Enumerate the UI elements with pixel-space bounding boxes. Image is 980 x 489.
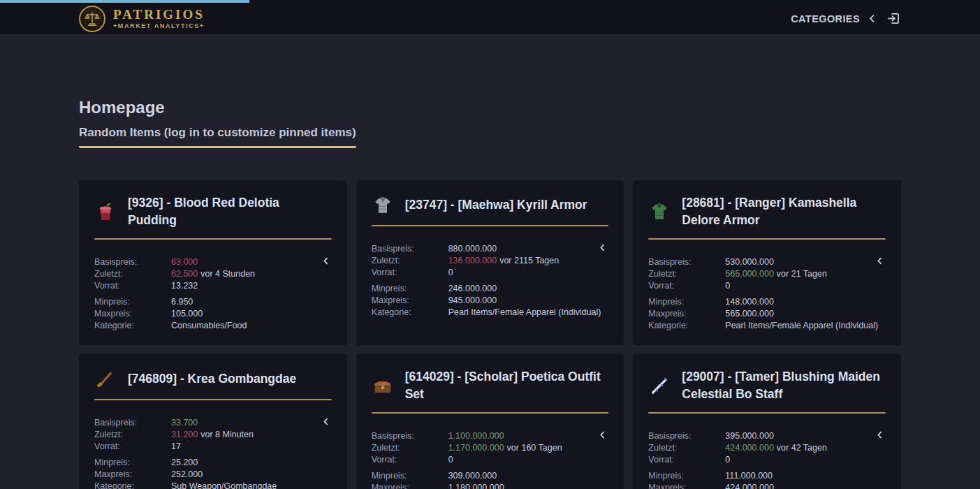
- last-price-value: 1.170.000.000: [448, 442, 504, 454]
- gombangdae-staff-icon: [94, 368, 117, 391]
- top-header: PATRIGIOS +MARKET ANALYTICS+ CATEGORIES: [0, 0, 980, 35]
- max-price-label: Maxpreis:: [372, 295, 448, 307]
- category-label: Kategorie:: [94, 481, 171, 489]
- min-price-value: 25.200: [171, 457, 198, 469]
- categories-menu-toggle[interactable]: CATEGORIES: [791, 13, 877, 24]
- category-value: Pearl Items/Female Apparel (Individual): [725, 320, 878, 332]
- max-price-value: 252.000: [171, 469, 203, 481]
- max-price-label: Maxpreis:: [372, 482, 448, 489]
- item-card[interactable]: [614029] - [Scholar] Poetica Outfit Set …: [356, 354, 624, 489]
- item-card[interactable]: [9326] - Blood Red Delotia Pudding Basis…: [79, 180, 347, 345]
- stock-label: Vorrat:: [94, 441, 171, 453]
- last-price-label: Zuletzt:: [94, 429, 171, 441]
- base-price-label: Basispreis:: [94, 256, 171, 268]
- collapse-chevron-icon[interactable]: [321, 417, 330, 426]
- last-price-row: Zuletzt: 424.000.000 vor 42 Tagen: [648, 442, 886, 454]
- pudding-cup-icon: [94, 200, 117, 223]
- collapse-chevron-icon[interactable]: [598, 430, 607, 439]
- max-price-label: Maxpreis:: [94, 308, 171, 320]
- outfit-chest-icon: [372, 374, 394, 397]
- stock-row: Vorrat: 0: [372, 267, 609, 279]
- base-price-label: Basispreis:: [372, 243, 448, 255]
- stock-row: Vorrat: 0: [648, 454, 886, 466]
- category-row: Kategorie: Sub Weapon/Gombangdae: [94, 481, 332, 489]
- last-price-row: Zuletzt: 1.170.000.000 vor 160 Tagen: [372, 442, 609, 454]
- base-price-row: Basispreis: 1.100.000.000: [372, 430, 609, 442]
- last-price-label: Zuletzt:: [372, 442, 448, 454]
- loading-progress-bar: [0, 0, 249, 3]
- item-card[interactable]: [23747] - [Maehwa] Kyrill Armor Basispre…: [356, 180, 624, 345]
- last-price-row: Zuletzt: 62.500 vor 4 Stunden: [94, 268, 332, 280]
- category-value: Sub Weapon/Gombangdae: [171, 481, 277, 489]
- min-price-label: Minpreis:: [648, 470, 725, 482]
- last-price-row: Zuletzt: 136.000.000 vor 2115 Tagen: [372, 255, 609, 267]
- collapse-chevron-icon[interactable]: [875, 256, 884, 265]
- stock-value: 0: [448, 267, 453, 279]
- min-price-value: 6.950: [171, 296, 193, 308]
- max-price-value: 565.000.000: [725, 308, 774, 320]
- collapse-chevron-icon[interactable]: [598, 243, 607, 252]
- last-price-value: 62.500: [171, 268, 198, 280]
- max-price-value: 105.000: [171, 308, 203, 320]
- last-price-ago: vor 2115 Tagen: [499, 255, 559, 267]
- category-label: Kategorie:: [648, 320, 725, 332]
- sign-in-icon[interactable]: [886, 11, 901, 26]
- item-title: [614029] - [Scholar] Poetica Outfit Set: [405, 368, 609, 404]
- min-price-value: 111.000.000: [725, 470, 773, 482]
- brand-home-link[interactable]: PATRIGIOS +MARKET ANALYTICS+: [79, 6, 205, 32]
- max-price-label: Maxpreis:: [648, 482, 725, 489]
- brand-subtitle: +MARKET ANALYTICS+: [113, 23, 205, 29]
- min-price-value: 309.000.000: [448, 470, 497, 482]
- last-price-ago: vor 8 Minuten: [200, 429, 254, 441]
- last-price-value: 136.000.000: [448, 255, 497, 267]
- base-price-row: Basispreis: 395.000.000: [648, 430, 886, 442]
- min-price-label: Minpreis:: [372, 283, 448, 295]
- item-title: [9326] - Blood Red Delotia Pudding: [128, 194, 332, 230]
- max-price-label: Maxpreis:: [94, 469, 171, 481]
- max-price-row: Maxpreis: 252.000: [94, 469, 332, 481]
- category-row: Kategorie: Consumables/Food: [94, 320, 332, 332]
- min-price-label: Minpreis:: [648, 296, 725, 308]
- item-title: [29007] - [Tamer] Blushing Maiden Celest…: [682, 368, 886, 404]
- collapse-chevron-icon[interactable]: [321, 256, 330, 265]
- item-title: [23747] - [Maehwa] Kyrill Armor: [405, 196, 587, 214]
- last-price-value: 31.200: [171, 429, 198, 441]
- item-card[interactable]: [29007] - [Tamer] Blushing Maiden Celest…: [633, 354, 901, 489]
- category-label: Kategorie:: [372, 307, 448, 319]
- last-price-ago: vor 160 Tagen: [507, 442, 562, 454]
- min-price-label: Minpreis:: [372, 470, 448, 482]
- last-price-row: Zuletzt: 31.200 vor 8 Minuten: [94, 429, 332, 441]
- min-price-row: Minpreis: 111.000.000: [648, 470, 886, 482]
- stock-row: Vorrat: 17: [94, 441, 332, 453]
- max-price-label: Maxpreis:: [648, 308, 725, 320]
- item-card[interactable]: [746809] - Krea Gombangdae Basispreis: 3…: [79, 354, 347, 489]
- stock-label: Vorrat:: [648, 454, 725, 466]
- cards-grid: [9326] - Blood Red Delotia Pudding Basis…: [79, 180, 901, 489]
- gold-separator: [94, 399, 332, 400]
- last-price-label: Zuletzt:: [94, 268, 171, 280]
- last-price-ago: vor 4 Stunden: [200, 268, 255, 280]
- base-price-label: Basispreis:: [372, 430, 448, 442]
- category-value: Pearl Items/Female Apparel (Individual): [448, 307, 601, 319]
- category-value: Consumables/Food: [171, 320, 247, 332]
- stock-label: Vorrat:: [94, 280, 171, 292]
- stock-value: 13.232: [171, 280, 198, 292]
- patrigios-scales-logo-icon: [79, 6, 105, 32]
- stock-row: Vorrat: 0: [372, 454, 609, 466]
- base-price-value: 530.000.000: [725, 256, 774, 268]
- base-price-label: Basispreis:: [648, 430, 725, 442]
- collapse-chevron-icon[interactable]: [875, 430, 884, 439]
- base-price-value: 395.000.000: [725, 430, 774, 442]
- stock-value: 17: [171, 441, 181, 453]
- last-price-row: Zuletzt: 565.000.000 vor 21 Tagen: [648, 268, 886, 280]
- bo-staff-icon: [648, 374, 671, 397]
- max-price-value: 1.180.000.000: [448, 482, 504, 489]
- last-price-ago: vor 21 Tagen: [777, 268, 827, 280]
- item-card[interactable]: [28681] - [Ranger] Kamashella Delore Arm…: [633, 180, 901, 345]
- base-price-label: Basispreis:: [94, 417, 171, 429]
- max-price-row: Maxpreis: 105.000: [94, 308, 332, 320]
- last-price-ago: vor 42 Tagen: [777, 442, 827, 454]
- ranger-armor-icon: [648, 200, 671, 223]
- base-price-row: Basispreis: 530.000.000: [648, 256, 886, 268]
- base-price-row: Basispreis: 33.700: [94, 417, 332, 429]
